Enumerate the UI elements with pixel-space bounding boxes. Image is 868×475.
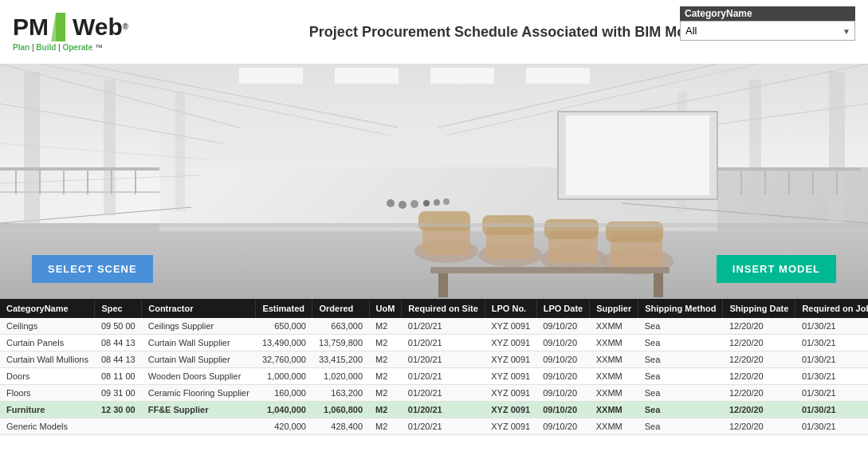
cell-0-1: 09 50 00: [95, 318, 142, 335]
cell-0-3: 650,000: [256, 318, 312, 335]
cell-2-8: 09/10/20: [536, 351, 590, 368]
tagline-plan: Plan: [13, 43, 29, 52]
tagline-operate: Operate: [62, 43, 92, 52]
svg-rect-18: [104, 80, 116, 215]
svg-rect-47: [418, 211, 470, 231]
cell-1-7: XYZ 0091: [485, 335, 536, 351]
table-row: Floors09 31 00Ceramic Flooring Supplier1…: [0, 385, 868, 402]
cell-6-12: 01/30/21: [795, 418, 868, 435]
cell-0-2: Ceilings Supplier: [142, 318, 256, 335]
col-header-shipping-date: Shipping Date: [723, 299, 795, 318]
col-header-contractor: Contractor: [142, 299, 256, 318]
cell-2-3: 32,760,000: [256, 351, 312, 368]
col-header-lpo-date: LPO Date: [536, 299, 590, 318]
cell-6-0: Generic Models: [0, 418, 95, 435]
cell-4-1: 09 31 00: [95, 385, 142, 402]
cell-0-6: 01/20/21: [402, 318, 485, 335]
cell-3-0: Doors: [0, 368, 95, 385]
cell-0-0: Ceilings: [0, 318, 95, 335]
cell-5-2: FF&E Supplier: [142, 402, 256, 418]
cell-0-11: 12/20/20: [723, 318, 795, 335]
cell-2-7: XYZ 0091: [485, 351, 536, 368]
table-row: Furniture12 30 00FF&E Supplier1,040,0001…: [0, 402, 868, 418]
cell-0-8: 09/10/20: [536, 318, 590, 335]
cell-0-7: XYZ 0091: [485, 318, 536, 335]
cell-5-12: 01/30/21: [795, 402, 868, 418]
cell-1-4: 13,759,800: [312, 335, 369, 351]
col-header-estimated: Estimated: [256, 299, 312, 318]
table-body: Ceilings09 50 00Ceilings Supplier650,000…: [0, 318, 868, 435]
category-filter-select[interactable]: All: [680, 21, 855, 41]
svg-rect-53: [544, 219, 599, 239]
cell-2-12: 01/30/21: [795, 351, 868, 368]
cell-4-12: 01/30/21: [795, 385, 868, 402]
col-header-shipping-method: Shipping Method: [638, 299, 723, 318]
cell-4-7: XYZ 0091: [485, 385, 536, 402]
svg-rect-59: [654, 273, 663, 297]
logo-web: Web: [73, 14, 123, 41]
cell-3-8: 09/10/20: [536, 368, 590, 385]
cell-3-10: Sea: [638, 368, 723, 385]
cell-5-0: Furniture: [0, 402, 95, 418]
svg-rect-58: [438, 273, 448, 297]
cell-6-7: XYZ 0091: [485, 418, 536, 435]
col-header-uom: UoM: [369, 299, 402, 318]
cell-0-5: M2: [369, 318, 402, 335]
cell-4-3: 160,000: [256, 385, 312, 402]
table-row: Ceilings09 50 00Ceilings Supplier650,000…: [0, 318, 868, 335]
cell-2-2: Curtain Wall Supplier: [142, 351, 256, 368]
cell-3-9: XXMM: [590, 368, 638, 385]
filter-label: CategoryName: [680, 6, 855, 21]
svg-rect-21: [749, 80, 761, 215]
cell-4-10: Sea: [638, 385, 723, 402]
cell-4-0: Floors: [0, 385, 95, 402]
cell-3-11: 12/20/20: [723, 368, 795, 385]
cell-3-4: 1,020,000: [312, 368, 369, 385]
svg-rect-60: [0, 223, 868, 227]
logo-slash-icon: [49, 13, 72, 41]
logo-area: PM Web ® Plan | Build | Operate ™: [13, 13, 128, 52]
cell-6-1: [95, 418, 142, 435]
table-header-row: CategoryName Spec Contractor Estimated O…: [0, 299, 868, 318]
cell-3-1: 08 11 00: [95, 368, 142, 385]
cell-1-10: Sea: [638, 335, 723, 351]
cell-1-3: 13,490,000: [256, 335, 312, 351]
logo-registered: ®: [123, 22, 128, 31]
cell-6-2: [142, 418, 256, 435]
cell-1-2: Curtain Wall Supplier: [142, 335, 256, 351]
svg-point-63: [410, 200, 418, 208]
logo-pm: PM: [13, 14, 49, 41]
procurement-table: CategoryName Spec Contractor Estimated O…: [0, 299, 868, 435]
cell-6-8: 09/10/20: [536, 418, 590, 435]
table-row: Generic Models420,000428,400M201/20/21XY…: [0, 418, 868, 435]
cell-2-5: M2: [369, 351, 402, 368]
col-header-supplier: Supplier: [590, 299, 638, 318]
tagline-tm: ™: [95, 43, 103, 52]
svg-point-62: [399, 201, 407, 209]
svg-rect-26: [526, 68, 590, 84]
svg-point-66: [443, 198, 450, 205]
cell-6-5: M2: [369, 418, 402, 435]
cell-2-6: 01/20/21: [402, 351, 485, 368]
cell-1-8: 09/10/20: [536, 335, 590, 351]
cell-4-4: 163,200: [312, 385, 369, 402]
cell-5-6: 01/20/21: [402, 402, 485, 418]
svg-point-65: [434, 199, 440, 206]
cell-1-0: Curtain Panels: [0, 335, 95, 351]
cell-5-7: XYZ 0091: [485, 402, 536, 418]
cell-5-11: 12/20/20: [723, 402, 795, 418]
table-row: Doors08 11 00Wooden Doors Supplier1,000,…: [0, 368, 868, 385]
cell-2-4: 33,415,200: [312, 351, 369, 368]
header: PM Web ® Plan | Build | Operate ™ Projec…: [0, 0, 868, 64]
insert-model-button[interactable]: INSERT MODEL: [717, 255, 836, 283]
cell-1-1: 08 44 13: [95, 335, 142, 351]
cell-5-8: 09/10/20: [536, 402, 590, 418]
col-header-required-job: Required on Job: [795, 299, 868, 318]
select-scene-button[interactable]: SELECT SCENE: [32, 255, 153, 283]
cell-4-2: Ceramic Flooring Supplier: [142, 385, 256, 402]
cell-2-10: Sea: [638, 351, 723, 368]
cell-4-6: 01/20/21: [402, 385, 485, 402]
cell-0-10: Sea: [638, 318, 723, 335]
svg-rect-25: [430, 68, 494, 84]
col-header-lpo-no: LPO No.: [485, 299, 536, 318]
